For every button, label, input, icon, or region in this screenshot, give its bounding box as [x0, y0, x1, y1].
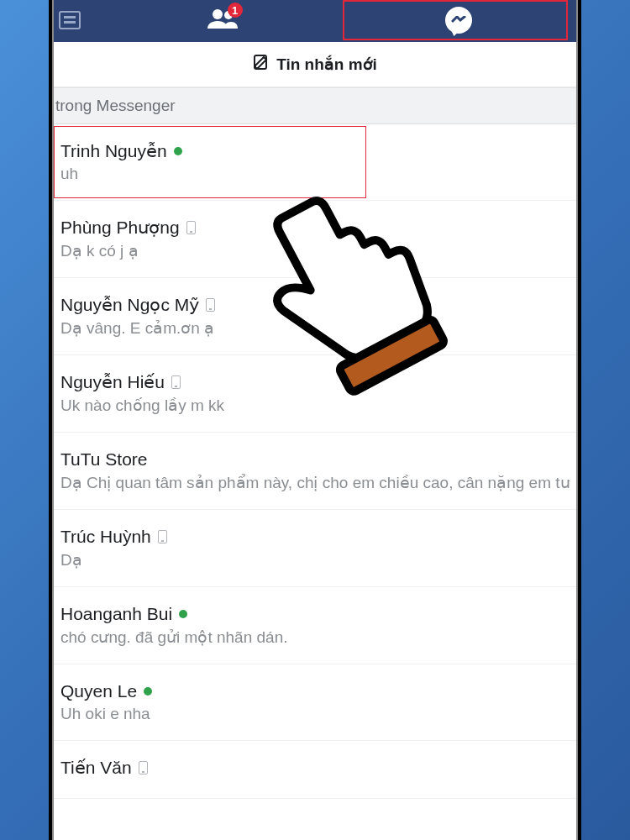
- conversation-preview: chó cưng. đã gửi một nhãn dán.: [60, 627, 570, 647]
- mobile-icon: [186, 221, 196, 234]
- conversation-name: Quyen Le: [60, 681, 137, 701]
- conversation-item[interactable]: Tiến Văn: [54, 741, 576, 799]
- conversation-item[interactable]: Quyen LeUh oki e nha: [54, 664, 576, 741]
- conversation-name: Trinh Nguyễn: [60, 141, 167, 161]
- top-nav: 1: [54, 0, 576, 42]
- messenger-icon: [445, 7, 472, 34]
- compose-label: Tin nhắn mới: [276, 55, 377, 74]
- tab-feed[interactable]: [54, 0, 104, 42]
- conversation-name: Trúc Huỳnh: [60, 527, 151, 547]
- conversation-item[interactable]: Trinh Nguyễnuh: [54, 124, 576, 201]
- svg-point-0: [213, 9, 223, 19]
- mobile-icon: [139, 761, 148, 774]
- tab-messenger[interactable]: [340, 0, 576, 42]
- conversation-name: Hoanganh Bui: [60, 604, 172, 624]
- search-bar[interactable]: trong Messenger: [54, 87, 576, 124]
- screen: 1 Tin nhắn mới trong Messenger Trinh Ngu…: [52, 0, 578, 840]
- tab-friends[interactable]: 1: [104, 0, 340, 42]
- compose-icon: [253, 54, 270, 75]
- mobile-icon: [158, 530, 167, 543]
- conversation-name: Nguyễn Hiếu: [60, 372, 165, 392]
- conversation-item[interactable]: TuTu StoreDạ Chị quan tâm sản phẩm này, …: [54, 433, 576, 510]
- conversation-preview: Dạ vâng. E cảm.ơn ạ: [60, 318, 570, 338]
- conversation-item[interactable]: Nguyễn Ngọc MỹDạ vâng. E cảm.ơn ạ: [54, 278, 576, 355]
- conversation-item[interactable]: Trúc HuỳnhDạ: [54, 510, 576, 587]
- online-dot-icon: [174, 147, 182, 155]
- conversation-name: Tiến Văn: [60, 758, 132, 778]
- conversation-name: Phùng Phượng: [60, 218, 180, 238]
- conversation-preview: Dạ: [60, 550, 570, 570]
- conversation-item[interactable]: Phùng PhượngDạ k có j ạ: [54, 201, 576, 278]
- conversation-item[interactable]: Nguyễn HiếuUk nào chống lầy m kk: [54, 355, 576, 433]
- mobile-icon: [171, 375, 181, 389]
- conversation-name: TuTu Store: [60, 449, 147, 470]
- compose-button[interactable]: Tin nhắn mới: [54, 42, 576, 87]
- conversation-preview: Dạ Chị quan tâm sản phẩm này, chị cho em…: [60, 473, 570, 492]
- conversation-preview: Uk nào chống lầy m kk: [60, 396, 570, 415]
- online-dot-icon: [144, 687, 152, 696]
- highlight-box: [54, 126, 366, 198]
- mobile-icon: [206, 298, 215, 312]
- friends-badge: 1: [228, 3, 243, 18]
- conversation-preview: Dạ k có j ạ: [60, 241, 570, 260]
- phone-frame: 1 Tin nhắn mới trong Messenger Trinh Ngu…: [49, 0, 581, 840]
- conversation-name: Nguyễn Ngọc Mỹ: [60, 295, 199, 315]
- conversation-list: Trinh NguyễnuhPhùng PhượngDạ k có j ạNgu…: [54, 124, 576, 799]
- conversation-preview: uh: [60, 165, 570, 183]
- online-dot-icon: [179, 610, 187, 618]
- conversation-preview: Uh oki e nha: [60, 705, 570, 723]
- newsfeed-icon: [59, 11, 81, 29]
- conversation-item[interactable]: Hoanganh Buichó cưng. đã gửi một nhãn dá…: [54, 587, 576, 664]
- search-text: trong Messenger: [55, 97, 176, 115]
